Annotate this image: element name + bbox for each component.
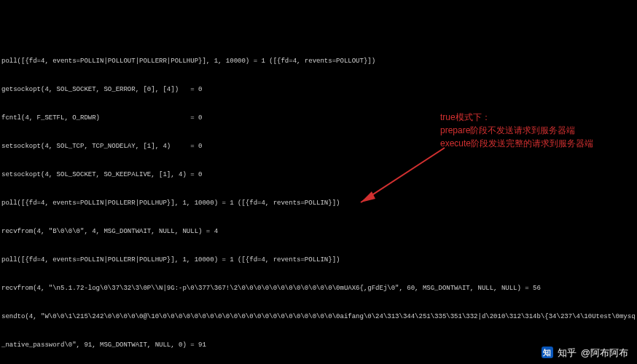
annotation-title: true模式下：: [440, 111, 593, 124]
watermark-site: 知乎: [558, 348, 577, 357]
zhihu-logo-icon: 知: [542, 347, 553, 358]
strace-line: poll([{fd=4, events=POLLIN|POLLERR|POLLH…: [1, 199, 636, 208]
strace-line: setsockopt(4, SOL_SOCKET, SO_KEEPALIVE, …: [1, 170, 636, 180]
watermark-user: @阿布阿布: [581, 348, 628, 357]
strace-line: recvfrom(4, "\n5.1.72-log\0\37\32\3\0P\\…: [1, 284, 636, 293]
terminal-output: poll([{fd=4, events=POLLIN|POLLOUT|POLLE…: [0, 38, 637, 364]
strace-line: sendto(4, "W\0\0\1\215\242\0\0\0\0\0@\10…: [1, 312, 636, 322]
annotation-line: prepare阶段不发送请求到服务器端: [440, 124, 593, 137]
strace-line: _native_password\0", 91, MSG_DONTWAIT, N…: [1, 341, 636, 350]
strace-line: poll([{fd=4, events=POLLIN|POLLOUT|POLLE…: [1, 57, 636, 66]
watermark: 知 知乎 @阿布阿布: [542, 347, 628, 358]
strace-line: poll([{fd=4, events=POLLIN|POLLERR|POLLH…: [1, 256, 636, 265]
annotation-line: execute阶段发送完整的请求到服务器端: [440, 137, 593, 150]
annotation-callout: true模式下： prepare阶段不发送请求到服务器端 execute阶段发送…: [440, 111, 593, 150]
strace-line: recvfrom(4, "B\0\0\0", 4, MSG_DONTWAIT, …: [1, 227, 636, 237]
strace-line: getsockopt(4, SOL_SOCKET, SO_ERROR, [0],…: [1, 85, 636, 95]
